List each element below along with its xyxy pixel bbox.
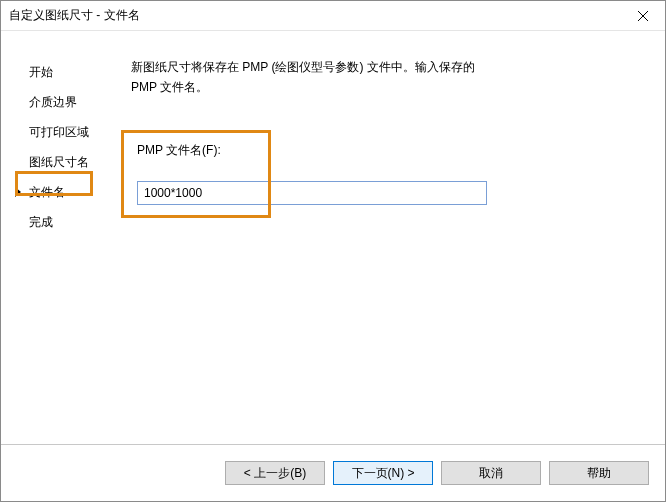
- sidebar-item-label: 可打印区域: [29, 125, 89, 139]
- sidebar-item-label: 图纸尺寸名: [29, 155, 89, 169]
- filename-input[interactable]: [137, 181, 487, 205]
- sidebar-item-label: 开始: [29, 65, 53, 79]
- sidebar-item-printable-area[interactable]: 可打印区域: [17, 117, 121, 147]
- close-icon: [638, 11, 648, 21]
- close-button[interactable]: [620, 1, 665, 31]
- next-button[interactable]: 下一页(N) >: [333, 461, 433, 485]
- sidebar-item-filename[interactable]: 文件名: [17, 177, 121, 207]
- titlebar: 自定义图纸尺寸 - 文件名: [1, 1, 665, 31]
- sidebar-item-label: 文件名: [29, 185, 65, 199]
- dialog-body: 开始 介质边界 可打印区域 图纸尺寸名 文件名 完成 新图纸尺寸将保存在 PMP…: [1, 31, 665, 444]
- description-text: 新图纸尺寸将保存在 PMP (绘图仪型号参数) 文件中。输入保存的 PMP 文件…: [131, 57, 481, 98]
- sidebar-item-media-bounds[interactable]: 介质边界: [17, 87, 121, 117]
- sidebar-item-label: 完成: [29, 215, 53, 229]
- dialog-window: 自定义图纸尺寸 - 文件名 开始 介质边界 可打印区域 图纸尺寸名 文件名: [0, 0, 666, 502]
- wizard-sidebar: 开始 介质边界 可打印区域 图纸尺寸名 文件名 完成: [1, 57, 121, 444]
- filename-label: PMP 文件名(F):: [131, 142, 645, 159]
- sidebar-item-finish[interactable]: 完成: [17, 207, 121, 237]
- sidebar-item-start[interactable]: 开始: [17, 57, 121, 87]
- help-button[interactable]: 帮助: [549, 461, 649, 485]
- back-button[interactable]: < 上一步(B): [225, 461, 325, 485]
- dialog-footer: < 上一步(B) 下一页(N) > 取消 帮助: [1, 444, 665, 501]
- window-title: 自定义图纸尺寸 - 文件名: [1, 7, 140, 24]
- sidebar-item-label: 介质边界: [29, 95, 77, 109]
- sidebar-item-paper-name[interactable]: 图纸尺寸名: [17, 147, 121, 177]
- wizard-content: 新图纸尺寸将保存在 PMP (绘图仪型号参数) 文件中。输入保存的 PMP 文件…: [121, 57, 645, 444]
- filename-input-wrap: [131, 181, 645, 205]
- cancel-button[interactable]: 取消: [441, 461, 541, 485]
